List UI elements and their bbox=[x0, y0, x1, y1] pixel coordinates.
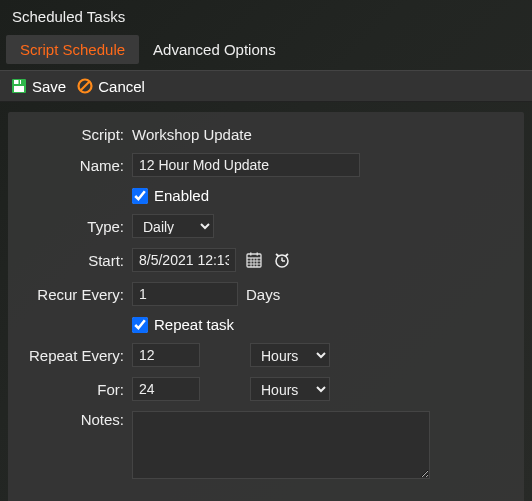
type-select[interactable]: Daily bbox=[132, 214, 214, 238]
tab-script-schedule[interactable]: Script Schedule bbox=[6, 35, 139, 64]
svg-line-5 bbox=[81, 82, 90, 91]
script-value: Workshop Update bbox=[132, 126, 252, 143]
name-label: Name: bbox=[20, 157, 132, 174]
repeat-task-label: Repeat task bbox=[154, 316, 234, 333]
save-icon bbox=[10, 77, 28, 95]
form-panel: Script: Workshop Update Name: Enabled Ty… bbox=[8, 112, 524, 501]
repeat-every-label: Repeat Every: bbox=[20, 347, 132, 364]
scheduled-tasks-window: Scheduled Tasks Script Schedule Advanced… bbox=[0, 0, 532, 501]
recur-unit-label: Days bbox=[246, 286, 280, 303]
repeat-unit-select[interactable]: Hours bbox=[250, 343, 330, 367]
save-button[interactable]: Save bbox=[10, 77, 66, 95]
for-label: For: bbox=[20, 381, 132, 398]
repeat-every-input[interactable] bbox=[132, 343, 200, 367]
enabled-checkbox[interactable] bbox=[132, 188, 148, 204]
start-label: Start: bbox=[20, 252, 132, 269]
tab-label: Script Schedule bbox=[20, 41, 125, 58]
tab-label: Advanced Options bbox=[153, 41, 276, 58]
repeat-task-checkbox-wrap[interactable]: Repeat task bbox=[132, 316, 234, 333]
save-label: Save bbox=[32, 78, 66, 95]
tab-advanced-options[interactable]: Advanced Options bbox=[139, 35, 290, 64]
repeat-task-checkbox[interactable] bbox=[132, 317, 148, 333]
recur-every-label: Recur Every: bbox=[20, 286, 132, 303]
cancel-label: Cancel bbox=[98, 78, 145, 95]
start-datetime-input[interactable] bbox=[132, 248, 236, 272]
for-input[interactable] bbox=[132, 377, 200, 401]
tab-strip: Script Schedule Advanced Options bbox=[0, 35, 532, 64]
cancel-button[interactable]: Cancel bbox=[76, 77, 145, 95]
type-label: Type: bbox=[20, 218, 132, 235]
enabled-checkbox-wrap[interactable]: Enabled bbox=[132, 187, 209, 204]
recur-every-input[interactable] bbox=[132, 282, 238, 306]
alarm-clock-icon[interactable] bbox=[272, 250, 292, 270]
name-input[interactable] bbox=[132, 153, 360, 177]
notes-textarea[interactable] bbox=[132, 411, 430, 479]
svg-rect-2 bbox=[14, 86, 24, 92]
svg-rect-3 bbox=[19, 80, 21, 84]
toolbar: Save Cancel bbox=[0, 70, 532, 102]
window-title: Scheduled Tasks bbox=[0, 0, 532, 35]
enabled-label: Enabled bbox=[154, 187, 209, 204]
svg-line-19 bbox=[286, 254, 289, 256]
svg-rect-14 bbox=[257, 253, 259, 256]
svg-line-18 bbox=[276, 254, 279, 256]
notes-label: Notes: bbox=[20, 411, 132, 428]
cancel-icon bbox=[76, 77, 94, 95]
svg-rect-13 bbox=[250, 253, 252, 256]
calendar-icon[interactable] bbox=[244, 250, 264, 270]
script-label: Script: bbox=[20, 126, 132, 143]
for-unit-select[interactable]: Hours bbox=[250, 377, 330, 401]
